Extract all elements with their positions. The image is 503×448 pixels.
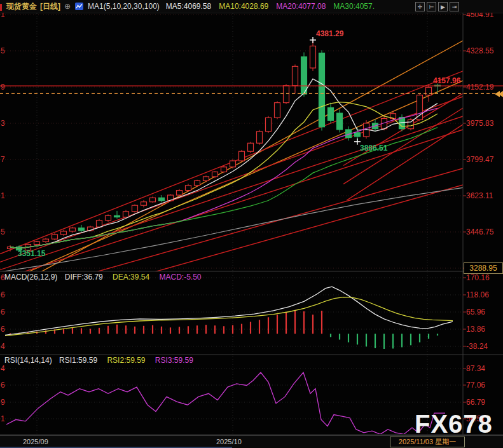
y-axis-label: 3975.83 xyxy=(466,119,493,128)
x-axis-scale-icon[interactable]: ▶ xyxy=(438,2,448,11)
y-axis-label: 65.96 xyxy=(466,308,485,316)
y-axis-label: 4152.19 xyxy=(466,83,493,92)
y-axis-label: 9 xyxy=(1,83,5,92)
y-axis-label: 87.34 xyxy=(466,364,485,373)
ma30-value: MA30:4057. xyxy=(333,2,375,11)
y-axis-label: 4328.55 xyxy=(466,46,493,55)
timeframe-label[interactable]: [日线] xyxy=(40,1,60,12)
y-axis-label: 5 xyxy=(1,227,5,236)
axis-boxed-value: 3288.95 xyxy=(464,262,503,274)
macd-value: MACD:-5.50 xyxy=(159,273,201,282)
y-axis-label: 118.06 xyxy=(466,290,489,299)
macd-label-row[interactable]: MACD(26,12,9) DIFF:36.79 DEA:39.54 MACD:… xyxy=(4,273,202,282)
rsi1-value: RSI1:59.59 xyxy=(59,356,97,365)
y-axis-label: 6 xyxy=(1,273,5,282)
y-axis-label: 3446.75 xyxy=(466,227,493,236)
ma20-value: MA20:4077.08 xyxy=(276,2,326,11)
chart-canvas[interactable] xyxy=(0,0,503,448)
y-axis-scale-icon[interactable]: ⊢ xyxy=(427,2,436,11)
macd-dea-value: DEA:39.54 xyxy=(113,273,149,282)
ma5-value: MA5:4069.58 xyxy=(166,2,211,11)
time-label-october: 2025/10 xyxy=(216,438,242,445)
y-axis-label: 6 xyxy=(1,381,5,390)
y-axis-label: 3623.11 xyxy=(466,191,493,200)
low-price-label: 3886.51 xyxy=(360,144,387,153)
compare-icon[interactable]: ⊕ xyxy=(64,2,71,11)
rsi-label-row[interactable]: RSI(14,14,14) RSI1:59.59 RSI2:59.59 RSI3… xyxy=(4,356,193,365)
y-axis-label: 3 xyxy=(1,119,5,128)
y-axis-label: -38.24 xyxy=(466,342,488,351)
y-axis-label: 13.86 xyxy=(466,325,485,334)
y-axis-label: 4 xyxy=(1,342,5,351)
y-axis-label: 4 xyxy=(1,364,5,373)
y-axis-label: 66.79 xyxy=(466,398,485,407)
time-label-september: 2025/09 xyxy=(23,438,48,445)
y-axis-label: 6 xyxy=(1,325,5,334)
y-axis-label: 170.16 xyxy=(466,273,490,282)
y-axis-label: 6 xyxy=(1,290,5,299)
y-axis-label: 1 xyxy=(1,191,5,200)
y-axis-label: 9 xyxy=(1,398,5,407)
rsi-name: RSI(14,14,14) xyxy=(4,356,52,365)
pan-crosshair-icon[interactable]: ✛ xyxy=(415,2,425,11)
macd-diff-value: DIFF:36.79 xyxy=(65,273,103,282)
ma10-value: MA10:4028.69 xyxy=(219,2,268,11)
left-edge-marker xyxy=(0,4,2,11)
y-axis-label: 77.06 xyxy=(466,381,485,390)
shift-chart-icon[interactable]: ⇥ xyxy=(450,2,459,11)
macd-name: MACD(26,12,9) xyxy=(4,273,57,282)
chart-toolbar: ✛ ⊢ ▶ ⇥ xyxy=(415,2,459,11)
current-price-label: 4157.96 xyxy=(433,76,460,85)
watermark: FX678 xyxy=(415,410,493,438)
y-axis-label: 1 xyxy=(1,414,5,423)
y-axis-label: 7 xyxy=(1,155,5,164)
symbol-name: 现货黄金 xyxy=(6,1,37,12)
chart-type-icon[interactable] xyxy=(75,3,83,10)
y-axis-label: 5 xyxy=(1,46,5,55)
y-axis-label: 3799.47 xyxy=(466,155,493,164)
rsi3-value: RSI3:59.59 xyxy=(155,356,193,365)
start-low-price-label: 3351.15 xyxy=(18,249,45,258)
y-axis-label: 6 xyxy=(1,308,5,316)
ma-settings-label[interactable]: MA1(5,10,20,30,100) xyxy=(88,2,160,11)
trading-chart-app: 现货黄金 [日线] ⊕ MA1(5,10,20,30,100) MA5:4069… xyxy=(0,0,503,448)
rsi2-value: RSI2:59.59 xyxy=(107,356,145,365)
high-price-label: 4381.29 xyxy=(316,29,343,38)
